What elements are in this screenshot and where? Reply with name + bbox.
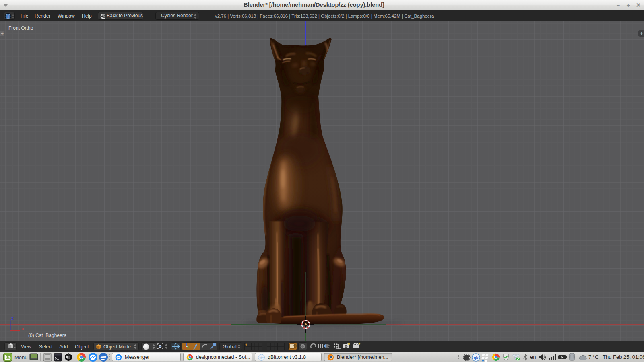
svg-text:qb: qb — [260, 356, 264, 359]
svg-text:z: z — [11, 316, 14, 321]
svg-text:x: x — [22, 326, 24, 331]
svg-text:qb: qb — [474, 355, 479, 360]
svg-text:i: i — [7, 14, 8, 19]
